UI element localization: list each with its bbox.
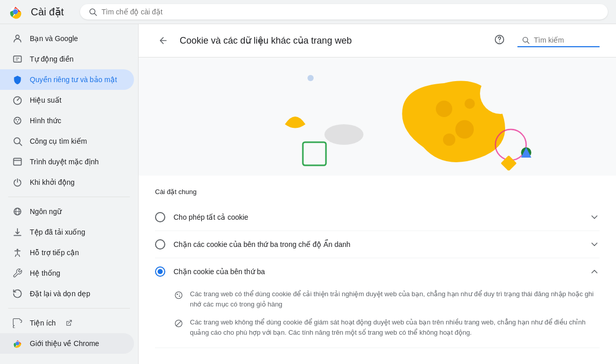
search-icon <box>88 7 98 16</box>
sidebar-item-ngon-ngu[interactable]: Ngôn ngữ <box>0 201 134 222</box>
sidebar-item-tien-ich[interactable]: Tiện ích <box>0 313 134 333</box>
search-sidebar-icon <box>12 136 23 146</box>
svg-point-34 <box>480 73 521 114</box>
sidebar-item-quyen-rieng-tu[interactable]: Quyền riêng tư và bảo mật <box>0 69 134 90</box>
sidebar-item-gioi-thieu[interactable]: Giới thiệu về Chrome <box>0 333 134 354</box>
section-title: Cài đặt chung <box>155 188 600 196</box>
svg-line-26 <box>527 42 529 44</box>
sidebar-item-he-thong[interactable]: Hệ thống <box>0 263 134 283</box>
top-search-input[interactable] <box>102 8 600 16</box>
cookie-illustration <box>139 58 616 176</box>
puzzle-icon <box>12 318 23 328</box>
top-search-bar[interactable] <box>80 4 608 20</box>
sidebar-label-tien-ich: Tiện ích <box>30 319 56 327</box>
sidebar-label-hieu-suat: Hiệu suất <box>30 96 62 104</box>
svg-point-27 <box>307 75 314 81</box>
svg-line-2 <box>94 13 97 15</box>
shield-icon <box>12 74 23 85</box>
sidebar-item-khi-khoi-dong[interactable]: Khi khởi động <box>0 172 134 193</box>
content-search-input[interactable] <box>534 36 595 44</box>
sidebar-item-hieu-suat[interactable]: Hiệu suất <box>0 90 134 110</box>
radio-cho-phep-tat-ca[interactable] <box>155 212 165 222</box>
svg-point-31 <box>455 120 474 139</box>
option-label-chan-ben-thu-ba: Chặn cookie của bên thứ ba <box>174 267 581 276</box>
expanded-item-text-2: Các trang web không thể dùng cookie để g… <box>190 317 600 337</box>
globe-icon <box>12 206 23 217</box>
svg-point-41 <box>175 292 182 298</box>
settings-section: Cài đặt chung Cho phép tất cả cookie Chặ… <box>139 176 616 360</box>
svg-point-28 <box>324 124 363 145</box>
svg-point-22 <box>16 342 20 346</box>
content-search-bar[interactable] <box>517 34 600 47</box>
svg-point-7 <box>17 100 18 101</box>
sidebar-label-ho-tro-tiep-can: Hỗ trợ tiếp cận <box>30 248 79 257</box>
svg-point-11 <box>17 121 18 123</box>
sidebar-label-cong-cu-tim-kiem: Công cụ tìm kiếm <box>30 137 87 145</box>
svg-point-32 <box>443 133 455 146</box>
power-icon <box>12 177 23 187</box>
radio-chan-ben-thu-ba[interactable] <box>155 266 165 277</box>
svg-line-46 <box>176 321 181 326</box>
main-layout: Bạn và Google Tự động điền Quyền riêng t… <box>0 24 616 364</box>
sidebar-label-ban-va-google: Bạn và Google <box>30 34 78 43</box>
sidebar-item-tu-dong-dien[interactable]: Tự động điền <box>0 49 134 69</box>
person-icon <box>12 33 23 44</box>
sidebar-divider <box>8 197 130 197</box>
sidebar-label-hinh-thuc: Hình thức <box>30 117 61 125</box>
svg-rect-14 <box>14 158 22 165</box>
sidebar-item-dat-lai-va-don-dep[interactable]: Đặt lại và dọn dẹp <box>0 283 134 304</box>
back-button[interactable] <box>155 32 171 49</box>
content-area: Cookie và các dữ liệu khác của trang web <box>139 24 616 364</box>
svg-line-13 <box>20 143 22 146</box>
option-expanded-container: Chặn cookie của bên thứ ba Các trang web… <box>155 258 600 348</box>
svg-point-42 <box>177 294 178 295</box>
expanded-item-1: Các trang web có thể dùng cookie để cải … <box>174 285 600 313</box>
sidebar-item-ho-tro-tiep-can[interactable]: Hỗ trợ tiếp cận <box>0 242 134 263</box>
sidebar-item-cong-cu-tim-kiem[interactable]: Công cụ tìm kiếm <box>0 131 134 151</box>
wrench-icon <box>12 268 23 278</box>
autofill-icon <box>12 54 23 64</box>
expanded-item-text-1: Các trang web có thể dùng cookie để cải … <box>190 289 600 309</box>
back-arrow-icon <box>158 35 168 46</box>
sidebar-label-khi-khoi-dong: Khi khởi động <box>30 178 74 186</box>
cookie-small-icon <box>174 290 184 302</box>
sidebar-item-hinh-thuc[interactable]: Hình thức <box>0 110 134 131</box>
radio-chan-an-danh[interactable] <box>155 239 165 250</box>
option-label-cho-phep-tat-ca: Cho phép tất cả cookie <box>174 213 581 221</box>
chevron-up-icon <box>589 266 600 277</box>
chevron-down-icon-1 <box>589 212 600 222</box>
content-header: Cookie và các dữ liệu khác của trang web <box>139 24 616 58</box>
option-row-chan-an-danh[interactable]: Chặn các cookie của bên thứ ba trong chế… <box>155 231 600 258</box>
svg-point-39 <box>531 94 531 134</box>
help-icon[interactable] <box>494 34 505 47</box>
speed-icon <box>12 95 23 105</box>
svg-point-20 <box>16 249 18 251</box>
reset-icon <box>12 289 23 299</box>
svg-point-3 <box>16 35 20 39</box>
sidebar-item-trinh-duyet-mac-dinh[interactable]: Trình duyệt mặc định <box>0 151 134 172</box>
svg-point-8 <box>14 117 21 124</box>
svg-point-33 <box>465 99 475 109</box>
option-row-chan-ben-thu-ba[interactable]: Chặn cookie của bên thứ ba <box>155 258 600 285</box>
content-title: Cookie và các dữ liệu khác của trang web <box>180 35 486 46</box>
top-bar: Cài đặt <box>0 0 616 24</box>
svg-point-10 <box>18 119 20 121</box>
svg-rect-29 <box>303 142 326 165</box>
expanded-content: Các trang web có thể dùng cookie để cải … <box>155 285 600 348</box>
svg-point-44 <box>179 294 180 295</box>
sidebar-label-tu-dong-dien: Tự động điền <box>30 55 73 63</box>
sidebar-item-tep-da-tai-xuong[interactable]: Tệp đã tải xuống <box>0 222 134 242</box>
svg-rect-4 <box>14 56 22 62</box>
sidebar-item-ban-va-google[interactable]: Bạn và Google <box>0 28 134 49</box>
sidebar-label-ngon-ngu: Ngôn ngữ <box>30 207 62 216</box>
sidebar: Bạn và Google Tự động điền Quyền riêng t… <box>0 24 139 364</box>
browser-icon <box>12 157 23 167</box>
sidebar-label-gioi-thieu: Giới thiệu về Chrome <box>30 339 99 348</box>
svg-point-35 <box>495 129 526 160</box>
svg-point-9 <box>15 119 17 121</box>
block-icon <box>174 318 184 331</box>
sidebar-divider-2 <box>8 308 130 309</box>
sidebar-label-quyen-rieng-tu: Quyền riêng tư và bảo mật <box>30 75 117 84</box>
expanded-item-2: Các trang web không thể dùng cookie để g… <box>174 313 600 341</box>
option-row-cho-phep-tat-ca[interactable]: Cho phép tất cả cookie <box>155 204 600 231</box>
